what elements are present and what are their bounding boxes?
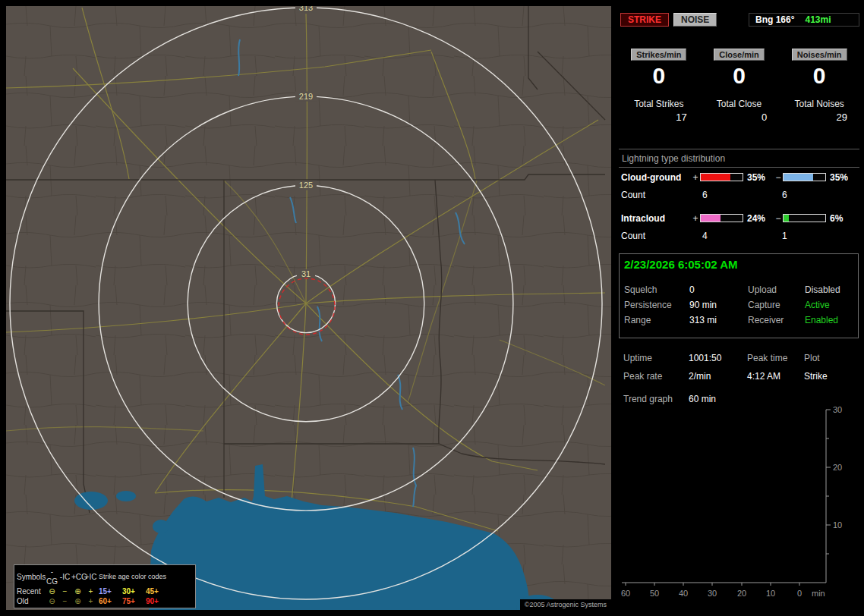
legend-old-row: Old ⊖ − ⊕ + 60+ 75+ 90+ [17,596,193,606]
neg-cg-recent-icon: ⊖ [46,586,58,596]
map-display[interactable]: 313 219 125 31 Symbols -CG -IC +CG +IC S… [6,6,611,610]
y-tick-20: 20 [833,463,842,472]
status-row: Range 313 mi Receiver Enabled [620,313,858,328]
neg-ic-old-icon: − [58,596,71,606]
plus-sign: + [691,172,700,183]
x-tick-30: 30 [708,589,717,598]
upload-status: Disabled [805,284,858,295]
close-per-min-value: 0 [699,62,780,90]
divider [619,149,859,149]
cg-plus-bar [700,173,743,181]
ic-plus-bar [700,214,743,222]
legend-symbols-header: Symbols [17,572,46,582]
strike-toggle-button[interactable]: STRIKE [620,13,669,27]
receiver-label: Receiver [748,315,805,325]
pos-ic-old-icon: + [84,596,97,606]
cloud-ground-count-row: Count 6 6 [621,190,859,201]
age-75: 75+ [121,596,144,606]
intracloud-row: Intracloud + 24% − 6% [621,212,859,224]
intracloud-count-row: Count 4 1 [621,231,859,242]
cg-minus-bar [783,173,826,181]
peak-time-label: Peak time [747,353,804,363]
persistence-label: Persistence [624,300,689,310]
pos-cg-old-icon: ⊕ [71,596,84,606]
x-tick-10: 10 [766,589,775,598]
x-tick-0: 0 [797,589,802,598]
cg-minus-percent: 35% [826,172,856,183]
status-row: Persistence 90 min Capture Active [620,297,858,313]
close-column: Close/min 0 Total Close 0 [699,49,780,123]
cg-plus-count: 6 [700,190,780,201]
cloud-ground-row: Cloud-ground + 35% − 35% [621,171,859,183]
legend-col-pos-ic: +IC [84,572,97,582]
age-30: 30+ [121,586,144,596]
persistence-value: 90 min [689,300,748,310]
noises-per-min-value: 0 [779,62,859,90]
x-tick-60: 60 [621,589,630,598]
upload-label: Upload [748,284,805,295]
legend-recent-row: Recent ⊖ − ⊕ + 15+ 30+ 45+ [17,586,193,596]
y-tick-30: 30 [833,405,842,414]
total-noises-label: Total Noises [779,99,859,109]
x-tick-40: 40 [679,589,688,598]
strikes-per-min-value: 0 [619,62,699,90]
total-strikes-label: Total Strikes [619,99,699,109]
capture-label: Capture [748,300,805,310]
legend-col-neg-ic: -IC [58,572,71,582]
noises-column: Noises/min 0 Total Noises 29 [779,49,859,123]
divider [619,167,859,168]
x-axis-unit: min [812,589,825,598]
y-tick-10: 10 [833,520,842,530]
status-panel: 2/23/2026 6:05:02 AM Squelch 0 Upload Di… [619,253,859,338]
ic-minus-count: 1 [780,231,787,242]
x-tick-50: 50 [650,589,659,598]
legend-age-header: Strike age color codes [97,572,193,582]
age-15: 15+ [97,586,121,596]
trend-graph: 30 20 10 60 50 40 30 20 10 0 min [619,401,859,610]
total-noises-value: 29 [779,112,859,123]
sidebar-header: STRIKE NOISE Bng 166° 413mi [620,12,859,27]
ic-minus-percent: 6% [826,213,856,224]
legend-recent-label: Recent [17,586,46,596]
legend-header-row: Symbols -CG -IC +CG +IC Strike age color… [17,567,193,586]
close-per-min-chip: Close/min [714,49,765,61]
uptime-label: Uptime [623,353,689,363]
neg-ic-recent-icon: − [58,586,71,596]
info-row: Peak rate 2/min 4:12 AM Strike [619,369,859,384]
ring-label-313: 313 [299,6,313,12]
status-row: Squelch 0 Upload Disabled [620,282,858,297]
minus-sign: − [774,213,783,224]
copyright-notice: ©2005 Astrogenic Systems [520,599,611,610]
info-row: Uptime 1001:50 Peak time Plot [619,350,859,366]
total-strikes-value: 17 [619,112,699,123]
bearing-panel: Bng 166° 413mi [749,13,859,27]
cg-minus-count: 6 [780,190,787,201]
uptime-value: 1001:50 [689,353,747,363]
age-60: 60+ [97,596,121,606]
range-value: 313 mi [689,315,748,325]
map-legend: Symbols -CG -IC +CG +IC Strike age color… [14,564,196,608]
cg-plus-percent: 35% [743,172,774,183]
ic-plus-count: 4 [700,231,780,242]
datetime-display: 2/23/2026 6:05:02 AM [620,254,858,273]
distribution-title: Lightning type distribution [622,153,725,164]
minus-sign: − [774,172,783,183]
info-panel: Uptime 1001:50 Peak time Plot Peak rate … [619,346,859,407]
peak-rate-label: Peak rate [623,371,689,382]
total-close-label: Total Close [699,99,780,109]
plus-sign: + [691,213,700,224]
squelch-label: Squelch [624,284,689,295]
noise-toggle-button[interactable]: NOISE [673,13,717,27]
neg-cg-old-icon: ⊖ [46,596,58,606]
plot-label: Plot [804,353,859,363]
strikes-per-min-chip: Strikes/min [631,49,686,61]
peak-rate-value: 2/min [689,371,747,382]
receiver-status: Enabled [805,315,858,325]
age-45: 45+ [144,586,168,596]
count-label: Count [621,231,700,242]
bearing-value: Bng 166° [755,14,794,25]
peak-time-value: 4:12 AM [747,371,804,382]
ring-label-125: 125 [299,181,313,190]
ring-label-31: 31 [301,269,311,278]
range-label: Range [624,315,689,325]
